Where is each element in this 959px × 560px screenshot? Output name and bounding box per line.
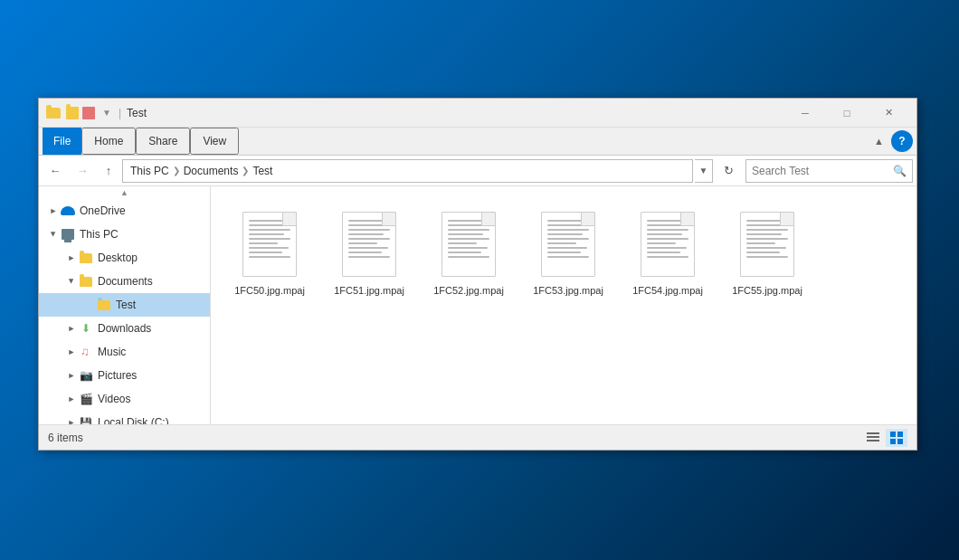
doc-icon-6	[740, 212, 794, 277]
sidebar-scroll-up[interactable]: ▲	[39, 186, 210, 199]
doc-icon-3	[442, 212, 496, 277]
expand-arrow-desktop: ►	[64, 251, 79, 265]
sidebar-item-test[interactable]: ► Test	[39, 293, 210, 317]
file-item-5[interactable]: 1FC54.jpg.mpaj	[627, 204, 708, 300]
sidebar-item-onedrive[interactable]: ► OneDrive	[39, 199, 210, 223]
sidebar: ▲ ► OneDrive ► This PC ► Desktop ►	[39, 186, 211, 424]
file-name-4: 1FC53.jpg.mpaj	[533, 284, 603, 297]
minimize-button[interactable]: ─	[784, 99, 826, 128]
forward-button[interactable]: →	[70, 159, 95, 183]
file-item-3[interactable]: 1FC52.jpg.mpaj	[428, 204, 509, 300]
view-list-icon	[867, 432, 879, 444]
sidebar-item-videos[interactable]: ► 🎬 Videos	[39, 387, 210, 411]
title-bar: ▼ | Test ─ □ ✕	[39, 99, 916, 128]
expand-arrow-onedrive: ►	[46, 204, 61, 218]
search-icon: 🔍	[893, 165, 907, 177]
window-controls: ─ □ ✕	[784, 99, 909, 128]
desktop-icon	[79, 251, 93, 265]
file-icon-3	[437, 208, 500, 280]
test-folder-icon	[97, 298, 111, 312]
sidebar-label-onedrive: OneDrive	[80, 204, 126, 217]
sidebar-label-thispc: This PC	[80, 228, 119, 241]
file-item-4[interactable]: 1FC53.jpg.mpaj	[527, 204, 609, 300]
sidebar-label-test: Test	[116, 299, 136, 311]
address-bar-row: ← → ↑ This PC ❯ Documents ❯ Test ▼ ↻ 🔍	[39, 156, 916, 186]
address-box[interactable]: This PC ❯ Documents ❯ Test	[122, 159, 693, 183]
back-button[interactable]: ←	[43, 159, 68, 183]
sidebar-item-pictures[interactable]: ► 📷 Pictures	[39, 364, 210, 387]
svg-rect-6	[897, 439, 903, 444]
address-dropdown[interactable]: ▼	[695, 159, 713, 183]
tab-file[interactable]: File	[43, 128, 81, 155]
refresh-button[interactable]: ↻	[717, 159, 740, 183]
up-button[interactable]: ↑	[97, 159, 120, 183]
thispc-icon	[61, 227, 75, 242]
sidebar-item-documents[interactable]: ► Documents	[39, 270, 210, 293]
search-input[interactable]	[752, 165, 893, 177]
doc-icon-1	[242, 212, 297, 277]
view-grid-icon	[890, 432, 903, 444]
expand-arrow-localdisk: ►	[64, 415, 79, 424]
expand-arrow-videos: ►	[64, 392, 79, 406]
doc-icon-4	[541, 212, 595, 277]
doc-icon-5	[641, 212, 695, 277]
tab-view[interactable]: View	[190, 128, 239, 155]
file-name-1: 1FC50.jpg.mpaj	[234, 284, 305, 297]
title-bar-icon	[46, 106, 61, 120]
sidebar-label-music: Music	[98, 346, 126, 358]
svg-rect-1	[867, 436, 879, 438]
videos-icon: 🎬	[79, 392, 93, 406]
quick-access-icon-1	[66, 107, 79, 119]
expand-arrow-downloads: ►	[64, 321, 79, 336]
help-button[interactable]: ?	[891, 130, 913, 152]
file-item-2[interactable]: 1FC51.jpg.mpaj	[328, 204, 410, 300]
sidebar-item-desktop[interactable]: ► Desktop	[39, 246, 210, 270]
search-box[interactable]: 🔍	[745, 159, 913, 183]
sidebar-item-thispc[interactable]: ► This PC	[39, 223, 210, 246]
pictures-icon: 📷	[79, 368, 93, 383]
file-area: 1FC50.jpg.mpaj 1FC51.jpg.mpaj	[211, 186, 916, 424]
file-name-2: 1FC51.jpg.mpaj	[334, 284, 404, 297]
folder-icon	[46, 108, 61, 119]
file-item-1[interactable]: 1FC50.jpg.mpaj	[229, 204, 310, 300]
ribbon: File Home Share View ▲ ?	[39, 128, 916, 156]
expand-arrow-thispc: ►	[46, 227, 61, 242]
view-grid-button[interactable]	[886, 429, 907, 447]
breadcrumb-item-test[interactable]: Test	[252, 165, 272, 177]
main-area: ▲ ► OneDrive ► This PC ► Desktop ►	[39, 186, 916, 424]
view-toggle	[862, 429, 907, 447]
breadcrumb-sep-1: ❯	[173, 166, 180, 176]
sidebar-label-documents: Documents	[98, 275, 153, 288]
maximize-button[interactable]: □	[826, 99, 868, 128]
expand-arrow-pictures: ►	[64, 368, 79, 383]
sidebar-label-desktop: Desktop	[98, 252, 138, 264]
file-icon-1	[238, 208, 301, 280]
file-icon-6	[736, 208, 799, 280]
svg-rect-5	[890, 439, 896, 444]
close-button[interactable]: ✕	[868, 99, 909, 128]
documents-icon	[79, 274, 93, 289]
onedrive-icon	[61, 204, 75, 218]
expand-arrow-documents: ►	[64, 274, 79, 289]
sidebar-label-videos: Videos	[98, 393, 130, 405]
sidebar-item-localdisk[interactable]: ► 💾 Local Disk (C:)	[39, 411, 210, 424]
item-count: 6 items	[48, 432, 862, 444]
view-list-button[interactable]	[862, 429, 884, 447]
svg-rect-4	[897, 432, 903, 437]
file-icon-5	[636, 208, 699, 280]
file-item-6[interactable]: 1FC55.jpg.mpaj	[726, 204, 808, 300]
sidebar-item-music[interactable]: ► ♫ Music	[39, 340, 210, 364]
svg-rect-0	[867, 432, 879, 434]
quick-access-icon-3: ▼	[102, 108, 111, 118]
sidebar-label-downloads: Downloads	[98, 322, 151, 335]
music-icon: ♫	[79, 345, 93, 359]
file-icon-2	[337, 208, 401, 280]
breadcrumb-item-thispc[interactable]: This PC	[130, 165, 169, 177]
file-name-3: 1FC52.jpg.mpaj	[433, 284, 504, 297]
breadcrumb-item-documents[interactable]: Documents	[184, 165, 239, 177]
tab-home[interactable]: Home	[81, 128, 136, 155]
sidebar-item-downloads[interactable]: ► ⬇ Downloads	[39, 317, 210, 340]
ribbon-collapse-arrow[interactable]: ▲	[870, 136, 888, 147]
tab-share[interactable]: Share	[136, 128, 190, 155]
breadcrumb-sep-2: ❯	[242, 166, 249, 176]
